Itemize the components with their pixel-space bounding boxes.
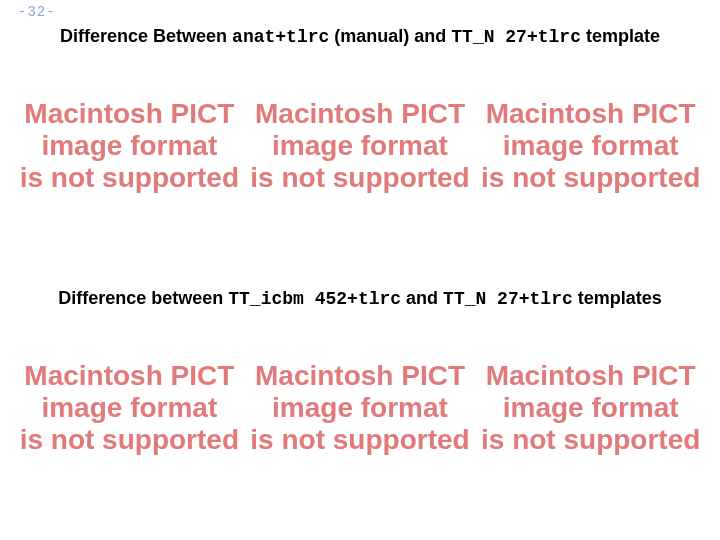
heading-1-mid: (manual) and bbox=[329, 26, 451, 46]
pict-placeholder: Macintosh PICT image format is not suppo… bbox=[249, 66, 472, 226]
pict-text-line: image format bbox=[272, 130, 448, 162]
pict-text-line: image format bbox=[272, 392, 448, 424]
pict-text-line: image format bbox=[41, 392, 217, 424]
pict-text-line: Macintosh PICT bbox=[255, 360, 465, 392]
pict-text-line: image format bbox=[503, 392, 679, 424]
pict-text-line: Macintosh PICT bbox=[486, 360, 696, 392]
pict-placeholder: Macintosh PICT image format is not suppo… bbox=[18, 328, 241, 488]
pict-text-line: is not supported bbox=[481, 162, 700, 194]
pict-text-line: Macintosh PICT bbox=[24, 360, 234, 392]
heading-2: Difference between TT_icbm 452+tlrc and … bbox=[0, 288, 720, 309]
pict-text-line: Macintosh PICT bbox=[255, 98, 465, 130]
pict-text-line: Macintosh PICT bbox=[486, 98, 696, 130]
heading-1-code-1: anat+tlrc bbox=[232, 27, 329, 47]
image-row-1: Macintosh PICT image format is not suppo… bbox=[18, 66, 702, 226]
pict-text-line: Macintosh PICT bbox=[24, 98, 234, 130]
pict-text-line: image format bbox=[503, 130, 679, 162]
image-row-2: Macintosh PICT image format is not suppo… bbox=[18, 328, 702, 488]
pict-text-line: image format bbox=[41, 130, 217, 162]
heading-2-suffix: templates bbox=[573, 288, 662, 308]
pict-placeholder: Macintosh PICT image format is not suppo… bbox=[479, 328, 702, 488]
pict-text-line: is not supported bbox=[20, 162, 239, 194]
pict-placeholder: Macintosh PICT image format is not suppo… bbox=[249, 328, 472, 488]
heading-1-code-2: TT_N 27+tlrc bbox=[451, 27, 581, 47]
pict-text-line: is not supported bbox=[250, 424, 469, 456]
heading-2-mid: and bbox=[401, 288, 443, 308]
page-number: -32- bbox=[18, 4, 56, 20]
heading-1-prefix: Difference Between bbox=[60, 26, 232, 46]
pict-text-line: is not supported bbox=[20, 424, 239, 456]
pict-placeholder: Macintosh PICT image format is not suppo… bbox=[18, 66, 241, 226]
pict-text-line: is not supported bbox=[481, 424, 700, 456]
pict-text-line: is not supported bbox=[250, 162, 469, 194]
pict-placeholder: Macintosh PICT image format is not suppo… bbox=[479, 66, 702, 226]
heading-1: Difference Between anat+tlrc (manual) an… bbox=[0, 26, 720, 47]
heading-2-code-2: TT_N 27+tlrc bbox=[443, 289, 573, 309]
heading-2-code-1: TT_icbm 452+tlrc bbox=[228, 289, 401, 309]
heading-2-prefix: Difference between bbox=[58, 288, 228, 308]
heading-1-suffix: template bbox=[581, 26, 660, 46]
